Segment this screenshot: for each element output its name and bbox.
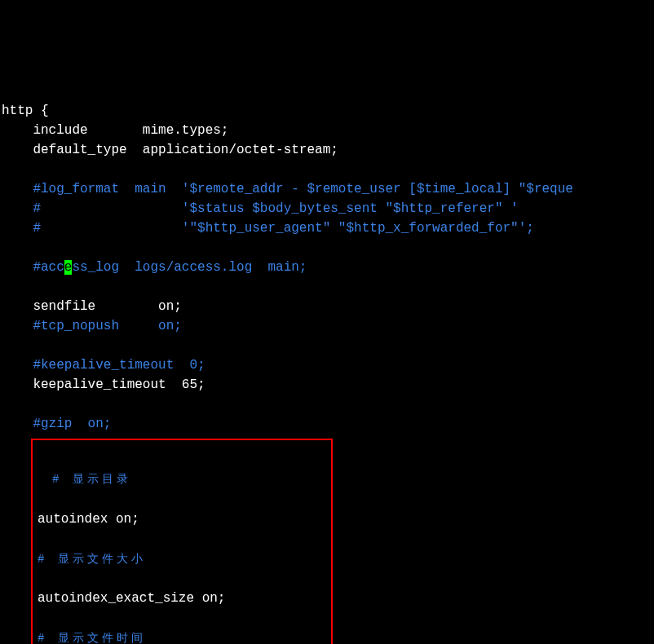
indent (2, 377, 33, 392)
code-line: http { (2, 104, 49, 118)
comment-line: ss_log logs/access.log main; (72, 260, 307, 275)
code-line: autoindex_exact_size on; (38, 591, 225, 606)
comment-line: #tcp_nopush on; (33, 319, 181, 333)
indent (2, 417, 33, 431)
indent (2, 201, 33, 216)
indent (2, 123, 33, 138)
indent (2, 221, 33, 236)
comment-line: # 显示文件时间 (38, 632, 146, 644)
indent (2, 182, 33, 196)
comment-line: # '"$http_user_agent" "$http_x_forwarded… (33, 221, 534, 236)
code-line: autoindex on; (38, 512, 139, 527)
code-line: include mime.types; (33, 123, 228, 138)
comment-line: #acc (33, 260, 64, 275)
cursor: e (64, 260, 73, 275)
indent (2, 299, 33, 314)
comment-line: #gzip on; (33, 417, 111, 431)
highlighted-box: # 显示目录 autoindex on; # 显示文件大小 autoindex_… (31, 439, 333, 644)
code-line: keepalive_timeout 65; (33, 377, 205, 392)
indent (2, 319, 33, 333)
comment-line: # '$status $body_bytes_sent "$http_refer… (33, 201, 518, 216)
indent (2, 143, 33, 157)
code-line: sendfile on; (33, 299, 181, 314)
code-line: default_type application/octet-stream; (33, 143, 338, 157)
comment-line: #keepalive_timeout 0; (33, 358, 205, 373)
indent (2, 358, 33, 373)
comment-line: # 显示文件大小 (38, 553, 146, 566)
indent (2, 260, 33, 275)
comment-line: #log_format main '$remote_addr - $remote… (33, 182, 573, 196)
code-editor[interactable]: http { include mime.types; default_type … (0, 78, 654, 644)
comment-line: # 显示目录 (52, 473, 131, 486)
